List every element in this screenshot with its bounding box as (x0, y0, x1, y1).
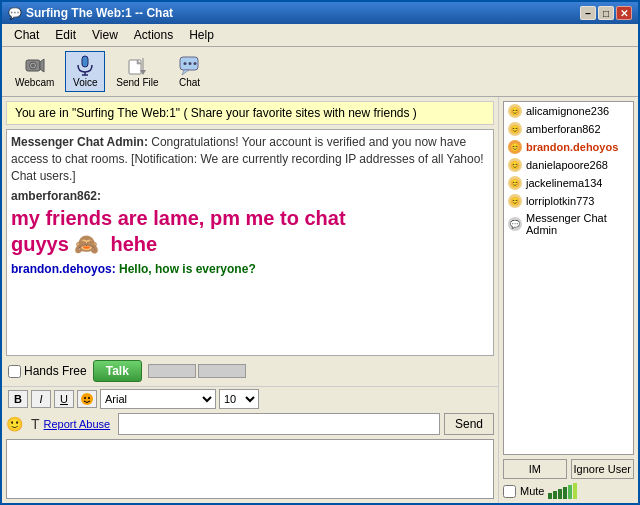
volume-slider2[interactable] (198, 364, 246, 378)
font-select[interactable]: Arial Times New Roman Courier New Verdan… (100, 389, 216, 409)
send-button[interactable]: Send (444, 413, 494, 435)
svg-point-14 (188, 62, 191, 65)
user-item-jackeline[interactable]: 😊 jackelinema134 (504, 174, 633, 192)
menu-edit[interactable]: Edit (47, 26, 84, 44)
message-textarea[interactable] (7, 440, 493, 498)
webcam-button[interactable]: Webcam (8, 51, 61, 92)
window-icon: 💬 (8, 7, 22, 20)
user-avatar: 😊 (508, 158, 522, 172)
message-amberforan: amberforan862: my friends are lame, pm m… (11, 188, 489, 257)
user-name: brandon.dehoyos (526, 141, 618, 153)
main-window: 💬 Surfing The Web:1 -- Chat – □ ✕ Chat E… (0, 0, 640, 505)
title-bar: 💬 Surfing The Web:1 -- Chat – □ ✕ (2, 2, 638, 24)
user-avatar: 😊 (508, 194, 522, 208)
menu-chat[interactable]: Chat (6, 26, 47, 44)
menu-actions[interactable]: Actions (126, 26, 181, 44)
user-name: alicamignone236 (526, 105, 609, 117)
underline-button[interactable]: U (54, 390, 74, 408)
svg-rect-4 (82, 56, 88, 67)
voice-label: Voice (73, 77, 97, 88)
room-info: You are in "Surfing The Web:1" ( Share y… (6, 101, 494, 125)
text-cursor-icon: T (31, 416, 40, 432)
hands-free-checkbox[interactable] (8, 365, 21, 378)
toolbar: Webcam Voice Sen (2, 47, 638, 97)
ignore-button[interactable]: Ignore User (571, 459, 635, 479)
send-file-button[interactable]: Send File (109, 51, 165, 92)
input-row: 🙂 T Report Abuse Send (2, 411, 498, 437)
vol-seg6 (573, 483, 577, 499)
user-avatar: 😊 (508, 122, 522, 136)
report-abuse-link[interactable]: Report Abuse (44, 418, 111, 430)
sidebar: 😊 alicamignone236 😊 amberforan862 😊 bran… (498, 97, 638, 503)
svg-point-17 (84, 397, 86, 399)
menu-bar: Chat Edit View Actions Help (2, 24, 638, 47)
talk-button[interactable]: Talk (93, 360, 142, 382)
user-avatar: 💬 (508, 217, 522, 231)
size-select[interactable]: 8 9 10 11 12 14 (219, 389, 259, 409)
main-content: You are in "Surfing The Web:1" ( Share y… (2, 97, 638, 503)
user-item-amberforan[interactable]: 😊 amberforan862 (504, 120, 633, 138)
vol-seg2 (553, 491, 557, 499)
user-list: 😊 alicamignone236 😊 amberforan862 😊 bran… (503, 101, 634, 455)
bold-button[interactable]: B (8, 390, 28, 408)
user-item-daniela[interactable]: 😊 danielapoore268 (504, 156, 633, 174)
format-bar: B I U Arial Times New Roman Courier New … (2, 386, 498, 411)
chat-label: Chat (179, 77, 200, 88)
emoji-button[interactable]: 🙂 (6, 416, 23, 432)
user-avatar: 😊 (508, 104, 522, 118)
amberforan-sender: amberforan862: (11, 189, 101, 203)
hands-free-label[interactable]: Hands Free (8, 364, 87, 378)
room-info-text: You are in "Surfing The Web:1" ( Share y… (15, 106, 417, 120)
voice-button[interactable]: Voice (65, 51, 105, 92)
svg-marker-3 (40, 59, 44, 72)
user-name: danielapoore268 (526, 159, 608, 171)
chat-input[interactable] (118, 413, 440, 435)
close-button[interactable]: ✕ (616, 6, 632, 20)
chat-button[interactable]: Chat (170, 51, 210, 92)
voice-icon (74, 55, 96, 77)
vol-seg5 (568, 485, 572, 499)
minimize-button[interactable]: – (580, 6, 596, 20)
user-item-admin[interactable]: 💬 Messenger Chat Admin (504, 210, 633, 238)
admin-sender: Messenger Chat Admin: (11, 135, 151, 149)
chat-area: You are in "Surfing The Web:1" ( Share y… (2, 97, 498, 503)
vol-seg4 (563, 487, 567, 499)
volume-slider[interactable] (148, 364, 196, 378)
vol-controls (148, 364, 246, 378)
mute-checkbox[interactable] (503, 485, 516, 498)
big-input-area[interactable] (6, 439, 494, 499)
user-name: jackelinema134 (526, 177, 602, 189)
send-file-label: Send File (116, 77, 158, 88)
user-avatar: 😊 (508, 140, 522, 154)
mute-label: Mute (520, 485, 544, 497)
title-bar-controls: – □ ✕ (580, 6, 632, 20)
im-button[interactable]: IM (503, 459, 567, 479)
user-name: Messenger Chat Admin (526, 212, 629, 236)
chat-icon (179, 55, 201, 77)
maximize-button[interactable]: □ (598, 6, 614, 20)
svg-point-13 (183, 62, 186, 65)
user-item-alicamignone[interactable]: 😊 alicamignone236 (504, 102, 633, 120)
window-title: Surfing The Web:1 -- Chat (26, 6, 173, 20)
webcam-icon (24, 55, 46, 77)
message-admin: Messenger Chat Admin: Congratulations! Y… (11, 134, 489, 184)
sidebar-buttons: IM Ignore User (503, 459, 634, 479)
amberforan-text: my friends are lame, pm me to chatguyys … (11, 205, 489, 257)
message-brandon: brandon.dehoyos: Hello, how is everyone? (11, 261, 489, 278)
font-color-button[interactable] (77, 390, 97, 408)
italic-button[interactable]: I (31, 390, 51, 408)
user-name: amberforan862 (526, 123, 601, 135)
svg-point-18 (88, 397, 90, 399)
send-file-icon (126, 55, 148, 77)
chat-messages[interactable]: Messenger Chat Admin: Congratulations! Y… (6, 129, 494, 356)
user-item-brandon[interactable]: 😊 brandon.dehoyos (504, 138, 633, 156)
webcam-label: Webcam (15, 77, 54, 88)
menu-view[interactable]: View (84, 26, 126, 44)
menu-help[interactable]: Help (181, 26, 222, 44)
svg-point-2 (31, 64, 35, 68)
svg-marker-12 (182, 70, 189, 75)
brandon-text: Hello, how is everyone? (119, 262, 256, 276)
mute-row: Mute (503, 483, 634, 499)
user-item-lorri[interactable]: 😊 lorriplotkin773 (504, 192, 633, 210)
vol-seg1 (548, 493, 552, 499)
